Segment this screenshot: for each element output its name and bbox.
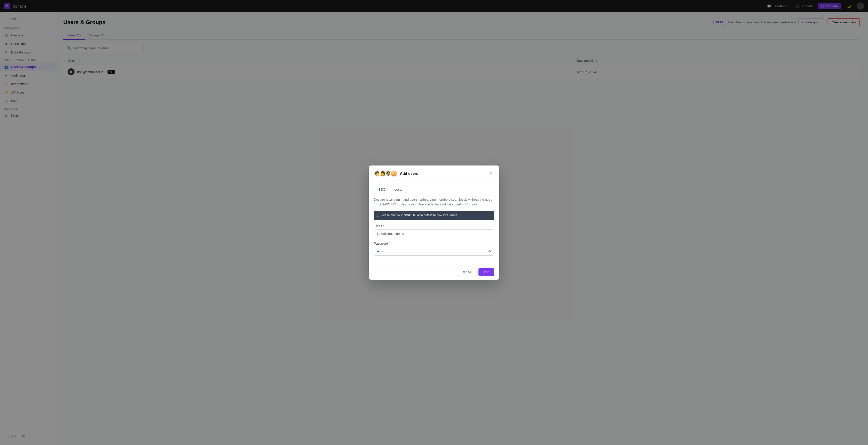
- email-field[interactable]: [374, 229, 494, 238]
- auth-tab-sso[interactable]: SSO: [374, 186, 390, 193]
- modal-overlay: 🧑 👩 🧔 👱 Add users ✕ SSO Local D: [0, 0, 868, 445]
- auth-tab-local[interactable]: Local: [390, 186, 407, 193]
- add-button[interactable]: Add: [478, 268, 494, 276]
- close-icon: ✕: [489, 171, 493, 176]
- modal-avatars: 🧑 👩 🧔 👱: [374, 170, 397, 177]
- password-field[interactable]: [374, 247, 494, 256]
- modal-body: SSO Local Declare local admin and users,…: [369, 181, 499, 264]
- add-users-modal: 🧑 👩 🧔 👱 Add users ✕ SSO Local D: [369, 165, 499, 280]
- info-text: Declare local admin and users, onboardin…: [374, 197, 494, 207]
- email-required: *: [383, 224, 384, 228]
- toggle-password-button[interactable]: 👁: [488, 249, 492, 253]
- password-required: *: [389, 242, 390, 245]
- modal-footer: Cancel Add: [369, 264, 499, 280]
- modal-header-left: 🧑 👩 🧔 👱 Add users: [374, 170, 418, 177]
- info-icon: ℹ: [377, 214, 378, 218]
- modal-header: 🧑 👩 🧔 👱 Add users ✕: [369, 165, 499, 181]
- modal-avatar-4: 👱: [390, 170, 397, 177]
- app-root: C Console 💬 Feedback 🎧 Support ⬡ Upgrade…: [0, 0, 868, 445]
- password-label: Password *: [374, 242, 494, 245]
- auth-tabs: SSO Local: [374, 186, 407, 193]
- email-form-group: Email *: [374, 224, 494, 238]
- notice-text: Please manually distribute login details…: [380, 214, 458, 217]
- modal-title: Add users: [400, 171, 418, 176]
- password-form-group: Password * 👁: [374, 242, 494, 256]
- email-label: Email *: [374, 224, 494, 228]
- eye-icon: 👁: [488, 249, 492, 253]
- modal-close-button[interactable]: ✕: [487, 170, 494, 177]
- password-wrapper: 👁: [374, 247, 494, 256]
- notice-banner: ℹ Please manually distribute login detai…: [374, 211, 494, 220]
- cancel-button[interactable]: Cancel: [457, 268, 476, 276]
